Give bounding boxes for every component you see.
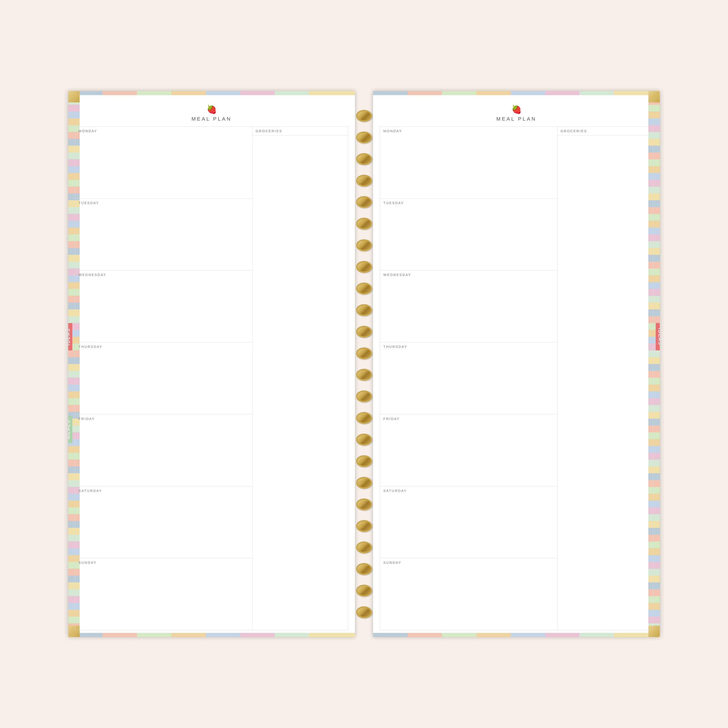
monday-right-label: MONDAY	[383, 129, 554, 133]
top-strip-left	[68, 91, 355, 95]
left-title: MEAL PLAN	[75, 116, 348, 122]
spiral-coil-6	[356, 218, 372, 229]
sunday-left-cell[interactable]: SUNDAY	[75, 558, 252, 630]
right-groceries-label: GROCERIES	[561, 129, 650, 133]
wednesday-right-cell[interactable]: WEDNESDAY	[380, 271, 557, 343]
right-days-column: MONDAY TUESDAY WEDNESDAY THURSDAY FRIDAY	[380, 127, 557, 630]
spiral-coil-13	[356, 369, 372, 381]
friday-left-label: FRIDAY	[78, 417, 249, 421]
friday-left-cell[interactable]: FRIDAY	[75, 414, 252, 486]
spiral-coil-16	[356, 434, 372, 445]
spiral-coil-20	[356, 520, 372, 532]
spiral-coil-7	[356, 239, 372, 251]
right-groceries-header: GROCERIES	[557, 127, 653, 135]
spiral-coil-17	[356, 455, 372, 467]
left-days-column: MONDAY TUESDAY WEDNESDAY THURSDAY FRIDAY	[75, 127, 252, 630]
sunday-right-label: SUNDAY	[383, 561, 554, 564]
thursday-left-cell[interactable]: THURSDAY	[75, 343, 252, 414]
saturday-left-label: SATURDAY	[78, 489, 249, 492]
spiral-coil-15	[356, 412, 372, 424]
monday-right-cell[interactable]: MONDAY	[380, 127, 557, 199]
spiral-coil-10	[356, 304, 372, 316]
left-page: IDEAS MEALS 🍓 MEAL PLAN MONDAY TUESDAY	[68, 91, 355, 637]
friday-right-label: FRIDAY	[383, 417, 554, 421]
spiral-coil-11	[356, 326, 372, 338]
spiral-coil-3	[356, 153, 372, 165]
planner-spread: IDEAS MEALS 🍓 MEAL PLAN MONDAY TUESDAY	[68, 91, 660, 637]
left-page-content: 🍓 MEAL PLAN MONDAY TUESDAY WEDNESDAY THU…	[75, 98, 348, 630]
left-groceries-body[interactable]	[252, 135, 348, 630]
tuesday-right-cell[interactable]: TUESDAY	[380, 199, 557, 271]
right-meal-grid: MONDAY TUESDAY WEDNESDAY THURSDAY FRIDAY	[380, 127, 653, 630]
monday-left-cell[interactable]: MONDAY	[75, 127, 252, 199]
spiral-coil-14	[356, 390, 372, 402]
spiral-coil-18	[356, 477, 372, 489]
right-groceries-column: GROCERIES	[557, 127, 653, 630]
spiral-coil-5	[356, 196, 372, 208]
meals-tab[interactable]: MEALS	[68, 416, 72, 443]
wednesday-left-cell[interactable]: WEDNESDAY	[75, 271, 252, 343]
strawberry-icon-right: 🍓	[380, 105, 653, 114]
wednesday-right-label: WEDNESDAY	[383, 273, 554, 277]
saturday-right-cell[interactable]: SATURDAY	[380, 486, 557, 558]
left-header: 🍓 MEAL PLAN	[75, 98, 348, 127]
right-title: MEAL PLAN	[380, 116, 653, 122]
spiral-coil-4	[356, 175, 372, 187]
spiral-coil-24	[356, 606, 372, 618]
left-groceries-column: GROCERIES	[252, 127, 348, 630]
left-meal-grid: MONDAY TUESDAY WEDNESDAY THURSDAY FRIDAY	[75, 127, 348, 630]
thursday-right-cell[interactable]: THURSDAY	[380, 343, 557, 414]
spiral-coil-2	[356, 132, 372, 143]
spiral-coil-21	[356, 541, 372, 553]
saturday-left-cell[interactable]: SATURDAY	[75, 486, 252, 558]
left-groceries-label: GROCERIES	[256, 129, 345, 133]
ideas-tab[interactable]: IDEAS	[68, 323, 72, 350]
tuesday-right-label: TUESDAY	[383, 201, 554, 205]
spiral-coil-12	[356, 347, 372, 359]
bottom-strip-right	[373, 633, 660, 637]
left-groceries-header: GROCERIES	[252, 127, 348, 135]
spiral-coil-1	[356, 110, 372, 122]
spiral-coil-9	[356, 283, 372, 294]
spiral-coil-23	[356, 585, 372, 596]
spiral-coil-8	[356, 261, 372, 273]
wednesday-left-label: WEDNESDAY	[78, 273, 249, 277]
thursday-left-label: THURSDAY	[78, 345, 249, 349]
right-header: 🍓 MEAL PLAN	[380, 98, 653, 127]
right-ideas-tab[interactable]: IDEAS	[656, 323, 660, 350]
spiral-coil-19	[356, 499, 372, 510]
friday-right-cell[interactable]: FRIDAY	[380, 414, 557, 486]
monday-left-label: MONDAY	[78, 129, 249, 133]
sunday-right-cell[interactable]: SUNDAY	[380, 558, 557, 630]
tuesday-left-cell[interactable]: TUESDAY	[75, 199, 252, 271]
sunday-left-label: SUNDAY	[78, 561, 249, 564]
right-page: IDEAS 🍓 MEAL PLAN MONDAY TUESDAY WEDNESD…	[373, 91, 660, 637]
right-page-content: 🍓 MEAL PLAN MONDAY TUESDAY WEDNESDAY THU…	[380, 98, 653, 630]
tuesday-left-label: TUESDAY	[78, 201, 249, 205]
strawberry-icon-left: 🍓	[75, 105, 348, 114]
thursday-right-label: THURSDAY	[383, 345, 554, 349]
saturday-right-label: SATURDAY	[383, 489, 554, 492]
spiral-binding	[355, 91, 373, 637]
top-strip-right	[373, 91, 660, 95]
spiral-coil-22	[356, 563, 372, 575]
right-groceries-body[interactable]	[557, 135, 653, 630]
bottom-strip-left	[68, 633, 355, 637]
